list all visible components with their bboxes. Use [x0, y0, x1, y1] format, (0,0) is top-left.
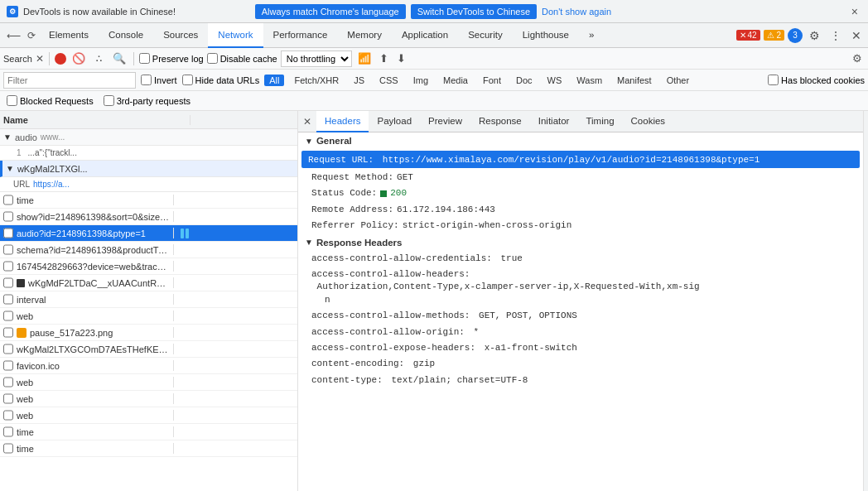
row-checkbox[interactable] [3, 310, 13, 321]
net-row-audio[interactable]: audio?id=2148961398&ptype=1 [0, 225, 297, 242]
net-row-time2[interactable]: time [0, 424, 297, 440]
tab-response[interactable]: Response [470, 111, 530, 132]
export-button[interactable]: ⬇ [394, 51, 408, 65]
type-css[interactable]: CSS [374, 75, 403, 86]
type-doc[interactable]: Doc [511, 75, 538, 86]
row-checkbox[interactable] [3, 426, 13, 437]
filter-button[interactable]: ⛬ [91, 51, 107, 65]
row-checkbox[interactable] [3, 443, 13, 454]
row-checkbox[interactable] [3, 344, 13, 354]
row-checkbox[interactable] [3, 377, 13, 388]
row-checkbox[interactable] [3, 261, 13, 272]
net-row-pause[interactable]: pause_517a223.png [0, 325, 297, 341]
blocked-requests-label[interactable]: Blocked Requests [7, 95, 94, 106]
net-row-wKgMdF[interactable]: wKgMdF2LTDaC__xUAACuntRaxKQ128.j... [0, 275, 297, 291]
invert-checkbox[interactable] [141, 75, 152, 85]
throttle-select[interactable]: No throttling [281, 51, 352, 67]
tab-sources[interactable]: Sources [153, 23, 208, 48]
has-blocked-label[interactable]: Has blocked cookies [768, 75, 865, 85]
more-options-button[interactable]: ⋮ [827, 27, 845, 44]
tab-more[interactable]: » [579, 23, 604, 48]
row-checkbox[interactable] [3, 211, 13, 222]
invert-checkbox-label[interactable]: Invert [141, 75, 177, 85]
type-wasm[interactable]: Wasm [571, 75, 607, 86]
row-checkbox[interactable] [3, 410, 13, 421]
row-checkbox[interactable] [3, 327, 13, 338]
tab-lighthouse[interactable]: Lighthouse [513, 23, 579, 48]
response-headers-title[interactable]: ▼ Response Headers [298, 234, 863, 251]
tab-performance[interactable]: Performance [263, 23, 338, 48]
tree-wKgMal2[interactable]: ▼ wKgMal2LTXGl... [0, 161, 297, 177]
switch-devtools-button[interactable]: Switch DevTools to Chinese [411, 4, 537, 19]
net-row-time3[interactable]: time [0, 440, 297, 457]
record-button[interactable] [55, 53, 66, 65]
clear-button[interactable]: 🚫 [70, 51, 88, 65]
net-row-schema[interactable]: schema?id=2148961398&productType=2 [0, 242, 297, 258]
tree-item1[interactable]: 1 ...a":{"trackl... [0, 146, 297, 161]
tab-console[interactable]: Console [99, 23, 153, 48]
blocked-requests-checkbox[interactable] [7, 95, 17, 106]
tab-network[interactable]: Network [208, 23, 263, 48]
tab-elements[interactable]: Elements [39, 23, 99, 48]
net-row-interval[interactable]: interval [0, 291, 297, 308]
type-font[interactable]: Font [478, 75, 506, 86]
import-button[interactable]: ⬆ [377, 51, 391, 65]
row-checkbox[interactable] [3, 294, 13, 305]
net-row-wKgMal[interactable]: wKgMal2LTXGCOmD7AEsTHefKEgo857-... [0, 341, 297, 358]
row-checkbox[interactable] [3, 360, 13, 371]
tab-security[interactable]: Security [458, 23, 513, 48]
net-row-web1[interactable]: web [0, 308, 297, 325]
tab-bar-back[interactable]: ⟵ [3, 28, 24, 43]
hide-data-checkbox[interactable] [182, 75, 193, 85]
dont-show-link[interactable]: Don't show again [542, 7, 611, 17]
tree-audio-section[interactable]: ▼ audio www... [0, 129, 297, 146]
has-blocked-checkbox[interactable] [768, 75, 779, 85]
close-devtools-button[interactable]: ✕ [848, 27, 865, 44]
net-row-time1[interactable]: time [0, 192, 297, 209]
tab-memory[interactable]: Memory [337, 23, 392, 48]
tab-bar-refresh[interactable]: ⟳ [24, 28, 39, 43]
disable-cache-checkbox[interactable] [207, 53, 218, 64]
row-checkbox[interactable] [3, 393, 13, 404]
preserve-log-checkbox[interactable] [139, 53, 150, 64]
net-row-device[interactable]: 1674542829663?device=web&trackId=... [0, 258, 297, 275]
row-checkbox[interactable] [3, 277, 13, 288]
tab-headers[interactable]: Headers [316, 111, 369, 132]
type-img[interactable]: Img [408, 75, 433, 86]
row-checkbox[interactable] [3, 228, 13, 238]
type-all[interactable]: All [264, 75, 284, 86]
type-manifest[interactable]: Manifest [612, 75, 657, 86]
tab-cookies[interactable]: Cookies [623, 111, 674, 132]
net-row-show[interactable]: show?id=2148961398&sort=0&size=30... [0, 209, 297, 225]
type-ws[interactable]: WS [542, 75, 567, 86]
row-checkbox[interactable] [3, 195, 13, 205]
tab-payload[interactable]: Payload [369, 111, 420, 132]
network-conditions-button[interactable]: 📶 [355, 51, 374, 65]
panel-close-button[interactable]: ✕ [298, 116, 316, 128]
settings-network-button[interactable]: ⚙ [850, 51, 865, 65]
search-network-button[interactable]: 🔍 [110, 51, 128, 65]
tab-timing[interactable]: Timing [577, 111, 622, 132]
type-other[interactable]: Other [662, 75, 695, 86]
net-row-web4[interactable]: web [0, 407, 297, 424]
tab-preview[interactable]: Preview [420, 111, 470, 132]
hide-data-label[interactable]: Hide data URLs [182, 75, 260, 85]
row-checkbox[interactable] [3, 244, 13, 255]
tab-initiator[interactable]: Initiator [530, 111, 578, 132]
match-language-button[interactable]: Always match Chrome's language [255, 4, 406, 19]
type-js[interactable]: JS [349, 75, 369, 86]
close-notif-button[interactable]: × [848, 5, 861, 18]
net-row-favicon[interactable]: favicon.ico [0, 358, 297, 374]
tree-url[interactable]: URL https://a... [0, 177, 297, 192]
settings-button[interactable]: ⚙ [806, 27, 823, 44]
type-fetch[interactable]: Fetch/XHR [289, 75, 344, 86]
filter-input[interactable] [3, 72, 136, 89]
net-row-web3[interactable]: web [0, 391, 297, 407]
third-party-label[interactable]: 3rd-party requests [104, 95, 190, 106]
right-scrollbar[interactable] [863, 111, 868, 491]
third-party-checkbox[interactable] [104, 95, 114, 106]
preserve-log-label[interactable]: Preserve log [139, 53, 204, 64]
type-media[interactable]: Media [438, 75, 473, 86]
search-close-button[interactable]: ✕ [36, 53, 44, 65]
disable-cache-label[interactable]: Disable cache [207, 53, 277, 64]
